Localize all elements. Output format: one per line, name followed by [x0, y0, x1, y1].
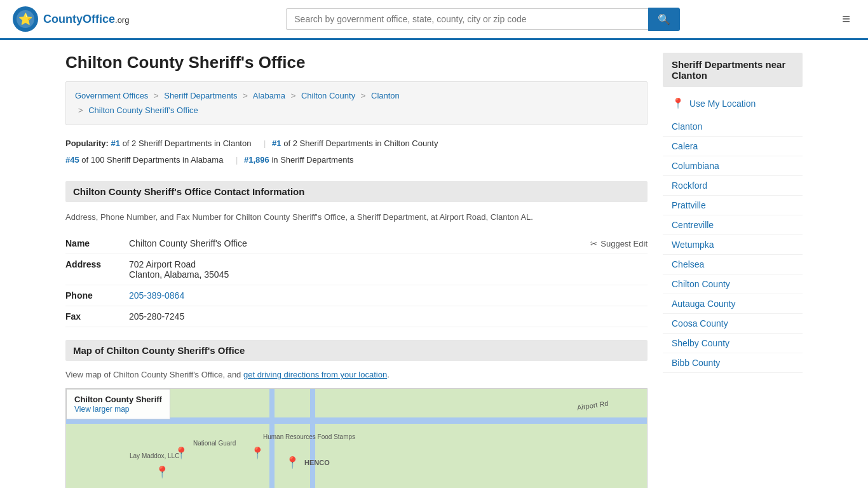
- breadcrumb-chilton-county[interactable]: Chilton County: [301, 91, 355, 100]
- use-my-location-label: Use My Location: [689, 98, 756, 109]
- sidebar-list-item: Chelsea: [663, 255, 803, 274]
- sidebar-list-item: Columbiana: [663, 156, 803, 176]
- sidebar: Sheriff Departments near Clanton 📍 Use M…: [663, 53, 803, 488]
- map-description: View map of Chilton County Sheriff's Off…: [65, 370, 648, 379]
- map-pin-3: 📍: [285, 456, 299, 470]
- sidebar-link-calera[interactable]: Calera: [663, 137, 803, 156]
- svg-text:⭐: ⭐: [18, 12, 33, 26]
- sidebar-list-item: Calera: [663, 137, 803, 156]
- header: ⭐ CountyOffice.org 🔍 ≡: [0, 0, 868, 40]
- main-wrapper: Chilton County Sheriff's Office Governme…: [53, 40, 815, 488]
- search-icon: 🔍: [658, 14, 670, 25]
- phone-row: Phone 205-389-0864: [65, 285, 648, 306]
- sidebar-link-autauga-county[interactable]: Autauga County: [663, 294, 803, 313]
- breadcrumb-alabama[interactable]: Alabama: [253, 91, 285, 100]
- pop-item-3: #45 of 100 Sheriff Departments in Alabam…: [65, 152, 223, 168]
- name-label: Name: [65, 238, 129, 248]
- menu-button[interactable]: ≡: [837, 8, 855, 30]
- address-row: Address 702 Airport Road Clanton, Alabam…: [65, 254, 648, 285]
- address-label: Address: [65, 259, 129, 269]
- phone-value: 205-389-0864: [129, 290, 648, 301]
- sidebar-list-item: Chilton County: [663, 274, 803, 294]
- sidebar-link-shelby-county[interactable]: Shelby County: [663, 334, 803, 353]
- contact-section-header: Chilton County Sheriff's Office Contact …: [65, 181, 648, 202]
- sidebar-list-item: Prattville: [663, 196, 803, 215]
- sidebar-link-rockford[interactable]: Rockford: [663, 176, 803, 195]
- fax-row: Fax 205-280-7245: [65, 306, 648, 327]
- suggest-edit-icon: ✂: [590, 239, 597, 248]
- logo-text: CountyOffice.org: [43, 13, 129, 26]
- map-pin-2: 📍: [250, 446, 264, 460]
- contact-info-table: Name Chilton County Sheriff's Office ✂ S…: [65, 233, 648, 327]
- sidebar-list-item: Shelby County: [663, 334, 803, 353]
- breadcrumb-clanton[interactable]: Clanton: [371, 91, 400, 100]
- address-line2: Clanton, Alabama, 35045: [129, 269, 648, 280]
- sidebar-list-item: Autauga County: [663, 294, 803, 314]
- breadcrumb-gov-offices[interactable]: Government Offices: [75, 91, 148, 100]
- search-button[interactable]: 🔍: [648, 8, 680, 31]
- sidebar-link-chelsea[interactable]: Chelsea: [663, 255, 803, 274]
- sidebar-link-columbiana[interactable]: Columbiana: [663, 156, 803, 175]
- breadcrumb-sheriff-depts[interactable]: Sheriff Departments: [164, 91, 237, 100]
- sidebar-list-item: Clanton: [663, 117, 803, 137]
- map-container: Airport Rd National Guard Human Resource…: [65, 388, 648, 488]
- map-henco-label: HENCO: [304, 459, 330, 466]
- use-my-location-button[interactable]: 📍 Use My Location: [663, 93, 803, 113]
- search-input[interactable]: [286, 8, 648, 30]
- fax-label: Fax: [65, 311, 129, 322]
- sidebar-list-item: Rockford: [663, 176, 803, 196]
- suggest-edit-button[interactable]: ✂ Suggest Edit: [590, 239, 648, 248]
- name-row: Name Chilton County Sheriff's Office ✂ S…: [65, 233, 648, 254]
- map-hr-label: Human Resources Food Stamps: [263, 433, 355, 440]
- sidebar-link-centreville[interactable]: Centreville: [663, 215, 803, 234]
- breadcrumb-current[interactable]: Chilton County Sheriff's Office: [88, 105, 198, 115]
- map-pin-1: 📍: [174, 446, 188, 460]
- popularity-label: Popularity:: [65, 139, 109, 148]
- page-title: Chilton County Sheriff's Office: [65, 53, 648, 72]
- sidebar-list-item: Centreville: [663, 215, 803, 235]
- content-area: Chilton County Sheriff's Office Governme…: [65, 53, 648, 488]
- map-placeholder: Airport Rd National Guard Human Resource…: [66, 389, 647, 488]
- sidebar-header: Sheriff Departments near Clanton: [663, 53, 803, 87]
- driving-directions-link[interactable]: get driving directions from your locatio…: [243, 370, 387, 379]
- suggest-edit-label: Suggest Edit: [600, 239, 648, 248]
- sidebar-list-item: Wetumpka: [663, 235, 803, 255]
- sidebar-list-item: Coosa County: [663, 314, 803, 334]
- map-label-box: Chilton County Sheriff View larger map: [66, 389, 170, 419]
- sidebar-nearby-list: ClantonCaleraColumbianaRockfordPrattvill…: [663, 117, 803, 373]
- logo-area: ⭐ CountyOffice.org: [13, 6, 129, 32]
- sidebar-link-clanton[interactable]: Clanton: [663, 117, 803, 136]
- sidebar-link-bibb-county[interactable]: Bibb County: [663, 353, 803, 372]
- map-office-name: Chilton County Sheriff: [74, 395, 162, 404]
- address-value: 702 Airport Road Clanton, Alabama, 35045: [129, 259, 648, 280]
- view-larger-map-link[interactable]: View larger map: [74, 405, 129, 414]
- contact-description: Address, Phone Number, and Fax Number fo…: [65, 211, 648, 224]
- popularity-bar: Popularity: #1 of 2 Sheriff Departments …: [65, 135, 648, 168]
- menu-icon: ≡: [842, 11, 850, 27]
- phone-link[interactable]: 205-389-0864: [129, 290, 184, 301]
- pop-item-2: #1 of 2 Sheriff Departments in Chilton C…: [272, 135, 438, 152]
- pop-item-4: #1,896 in Sheriff Departments: [244, 152, 354, 168]
- sidebar-link-wetumpka[interactable]: Wetumpka: [663, 235, 803, 254]
- location-icon: 📍: [672, 97, 684, 109]
- map-national-guard-label: National Guard: [193, 440, 236, 447]
- address-line1: 702 Airport Road: [129, 259, 648, 269]
- breadcrumb: Government Offices > Sheriff Departments…: [65, 81, 648, 125]
- sidebar-link-chilton-county[interactable]: Chilton County: [663, 274, 803, 294]
- map-pin-4: 📍: [155, 465, 169, 479]
- sidebar-list-item: Bibb County: [663, 353, 803, 373]
- sidebar-link-prattville[interactable]: Prattville: [663, 196, 803, 215]
- name-value: Chilton County Sheriff's Office: [129, 238, 590, 248]
- logo-icon: ⭐: [13, 6, 38, 32]
- map-lay-maddox-label: Lay Maddox, LLC: [130, 452, 179, 459]
- map-airport-rd-label: Airport Rd: [577, 400, 609, 412]
- fax-value: 205-280-7245: [129, 311, 648, 322]
- phone-label: Phone: [65, 290, 129, 301]
- pop-item-1: #1 of 2 Sheriff Departments in Clanton: [111, 135, 252, 152]
- sidebar-link-coosa-county[interactable]: Coosa County: [663, 314, 803, 333]
- map-section-header: Map of Chilton County Sheriff's Office: [65, 340, 648, 361]
- search-area: 🔍: [286, 8, 680, 31]
